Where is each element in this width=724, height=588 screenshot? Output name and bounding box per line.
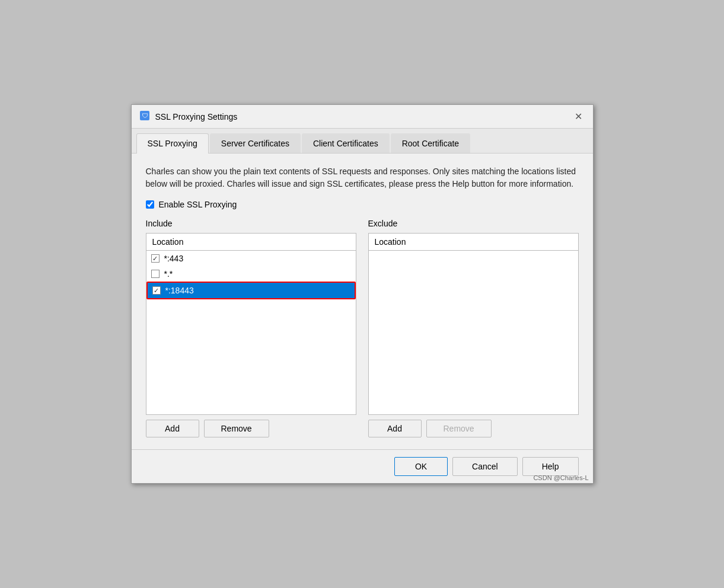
enable-ssl-row: Enable SSL Proxying [146, 200, 579, 209]
row-checkbox-1[interactable] [151, 254, 160, 263]
description-text: Charles can show you the plain text cont… [146, 165, 579, 190]
exclude-column-header: Location [369, 234, 578, 251]
row-location-2: *.* [164, 269, 173, 279]
row-location-3: *:18443 [165, 286, 194, 295]
table-row-selected[interactable]: *:18443 [146, 282, 356, 299]
window-title: SSL Proxying Settings [155, 112, 238, 122]
include-group: Include Location *:443 *.* [146, 219, 356, 437]
help-button[interactable]: Help [522, 457, 579, 476]
exclude-remove-button[interactable]: Remove [426, 420, 492, 437]
exclude-label: Exclude [368, 219, 579, 228]
row-checkbox-3[interactable] [152, 286, 161, 295]
tab-server-certificates[interactable]: Server Certificates [210, 133, 301, 153]
tab-root-certificate[interactable]: Root Certificate [391, 133, 470, 153]
table-row[interactable]: *.* [146, 266, 356, 282]
svg-text:🛡: 🛡 [141, 112, 148, 119]
footer: OK Cancel Help [132, 449, 593, 483]
enable-ssl-checkbox[interactable] [146, 200, 154, 209]
tab-client-certificates[interactable]: Client Certificates [302, 133, 390, 153]
include-column-header: Location [146, 234, 356, 251]
window-icon: 🛡 [139, 110, 151, 123]
include-remove-button[interactable]: Remove [204, 420, 269, 437]
tab-ssl-proxying[interactable]: SSL Proxying [136, 133, 209, 154]
row-location-1: *:443 [164, 254, 184, 263]
exclude-add-button[interactable]: Add [368, 420, 422, 437]
main-window: 🛡 SSL Proxying Settings ✕ SSL Proxying S… [131, 104, 594, 484]
exclude-group: Exclude Location Add Remove [368, 219, 579, 437]
include-table: Location *:443 *.* [146, 233, 356, 415]
include-button-row: Add Remove [146, 420, 356, 437]
row-checkbox-2[interactable] [151, 270, 160, 278]
enable-ssl-label[interactable]: Enable SSL Proxying [159, 200, 237, 209]
watermark: CSDN @Charles-L [533, 474, 588, 481]
tab-content: Charles can show you the plain text cont… [132, 154, 593, 449]
cancel-button[interactable]: Cancel [452, 457, 518, 476]
exclude-table: Location [368, 233, 579, 415]
close-button[interactable]: ✕ [571, 110, 586, 123]
ok-button[interactable]: OK [394, 457, 448, 476]
title-bar: 🛡 SSL Proxying Settings ✕ [132, 105, 593, 129]
table-row[interactable]: *:443 [146, 251, 356, 266]
tables-section: Include Location *:443 *.* [146, 219, 579, 437]
tab-bar: SSL Proxying Server Certificates Client … [132, 129, 593, 154]
include-add-button[interactable]: Add [146, 420, 199, 437]
include-label: Include [146, 219, 356, 228]
exclude-button-row: Add Remove [368, 420, 579, 437]
